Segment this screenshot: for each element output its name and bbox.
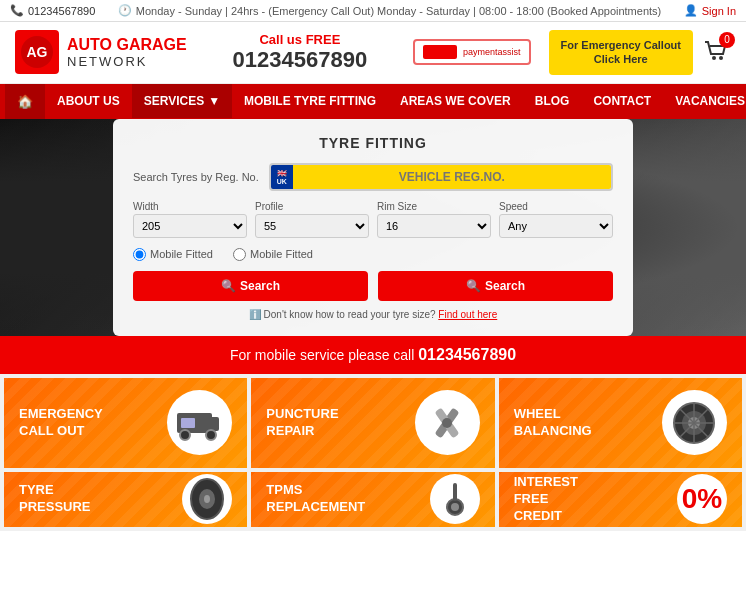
van-icon [175,403,225,443]
payment-logo-right [437,45,457,59]
phone-icon: 📞 [10,4,24,17]
radio-mobile-fitted-1[interactable]: Mobile Fitted [133,248,213,261]
svg-point-21 [204,495,210,503]
svg-point-11 [442,418,452,428]
card-wheel-title: WHEELBALANCING [514,406,592,440]
tyre-fitting-form: TYRE FITTING Search Tyres by Reg. No. 🇬🇧… [113,119,633,336]
nav-about-label: ABOUT US [57,94,120,108]
payment-assist[interactable]: paymentassist [413,39,531,65]
nav-services-label: SERVICES [144,94,204,108]
service-cards-grid: EMERGENCYCALL OUT PUNCTUREREPAIR WHEELBA… [0,374,746,472]
width-group: Width 145155165175 185195205215 22523524… [133,201,247,238]
radio-mobile-fitted-2[interactable]: Mobile Fitted [233,248,313,261]
card-puncture[interactable]: PUNCTUREREPAIR [251,378,494,468]
payment-label: paymentassist [463,47,521,57]
cart-badge: 0 [719,32,735,48]
sign-in-link[interactable]: 👤 Sign In [684,4,736,17]
reg-input[interactable] [293,165,611,189]
card-wheel-icon [662,390,727,455]
signin-label: Sign In [702,5,736,17]
tyre-size-hint: ℹ️ Don't know how to read your tyre size… [133,309,613,320]
nav-item-contact[interactable]: CONTACT [581,84,663,118]
profile-label: Profile [255,201,369,212]
reg-input-wrap: 🇬🇧 UK [269,163,613,191]
card-emergency[interactable]: EMERGENCYCALL OUT [4,378,247,468]
hero-section: TYRE FITTING Search Tyres by Reg. No. 🇬🇧… [0,119,746,336]
nav-blog-label: BLOG [535,94,570,108]
search-btn-label: Search [240,279,280,293]
mobile-bar-phone[interactable]: 01234567890 [418,346,516,363]
clock-icon: 🕐 [118,4,132,17]
nav-item-about[interactable]: ABOUT US [45,84,132,118]
svg-point-6 [180,430,190,440]
card-tyre-pressure-title: TYREPRESSURE [19,482,91,516]
top-bar-hours: 🕐 Monday - Sunday | 24hrs - (Emergency C… [118,4,661,17]
hint-prefix-text: Don't know how to read your tyre size? [264,309,436,320]
card-interest[interactable]: INTERESTFREECREDIT 0% [499,472,742,527]
svg-point-3 [719,56,723,60]
nav-mobile-label: MOBILE TYRE FITTING [244,94,376,108]
svg-text:AG: AG [27,44,48,60]
width-select[interactable]: 145155165175 185195205215 225235245 [133,214,247,238]
nav-item-areas[interactable]: AREAS WE COVER [388,84,523,118]
nav-item-blog[interactable]: BLOG [523,84,582,118]
header-phone[interactable]: 01234567890 [233,47,368,73]
svg-point-2 [712,56,716,60]
profile-group: Profile 30354045 50556065 [255,201,369,238]
form-title: TYRE FITTING [133,135,613,151]
nav-home[interactable]: 🏠 [5,84,45,119]
card-emergency-icon [167,390,232,455]
gb-flag: 🇬🇧 UK [271,165,293,189]
profile-select[interactable]: 30354045 50556065 [255,214,369,238]
tyre-svg [187,477,227,521]
svg-rect-8 [181,418,195,428]
cart-icon[interactable]: 0 [701,36,731,69]
header-right: paymentassist For Emergency Callout Clic… [413,30,731,75]
emergency-line1: For Emergency Callout [561,38,681,52]
radio-row: Mobile Fitted Mobile Fitted [133,248,613,261]
chevron-down-icon: ▼ [208,94,220,108]
rim-label: Rim Size [377,201,491,212]
card-tpms-icon [430,474,480,524]
speed-group: Speed AnyHVWY [499,201,613,238]
user-icon: 👤 [684,4,698,17]
search-icon-2: 🔍 [466,279,481,293]
logo[interactable]: AG AUTO GARAGE NETWORK [15,30,187,74]
nav-item-vacancies[interactable]: VACANCIES [663,84,746,118]
reg-search-row: Search Tyres by Reg. No. 🇬🇧 UK [133,163,613,191]
logo-icon: AG [15,30,59,74]
card-wheel[interactable]: WHEELBALANCING [499,378,742,468]
header: AG AUTO GARAGE NETWORK Call us FREE 0123… [0,22,746,84]
nav-contact-label: CONTACT [593,94,651,108]
card-tpms-title: TPMSREPLACEMENT [266,482,365,516]
service-cards-row2: TYREPRESSURE TPMSREPLACEMENT INTERESTFRE… [0,472,746,531]
svg-point-24 [451,503,459,511]
header-cta: Call us FREE 01234567890 [233,32,368,73]
brand-auto: AUTO GARAGE [67,36,187,53]
card-puncture-icon [415,390,480,455]
card-emergency-title: EMERGENCYCALL OUT [19,406,103,440]
rim-select[interactable]: 13141516 17181920 [377,214,491,238]
svg-rect-5 [203,417,219,431]
radio-1-input[interactable] [133,248,146,261]
nav-item-mobile-tyre[interactable]: MOBILE TYRE FITTING [232,84,388,118]
card-tpms[interactable]: TPMSREPLACEMENT [251,472,494,527]
emergency-line2: Click Here [561,52,681,66]
radio-2-label: Mobile Fitted [250,248,313,260]
tyre-size-link[interactable]: Find out here [438,309,497,320]
top-bar-phone[interactable]: 📞 01234567890 [10,4,95,17]
search-buttons: 🔍 Search 🔍 Search [133,271,613,301]
nav-item-services[interactable]: SERVICES ▼ [132,84,232,118]
speed-select[interactable]: AnyHVWY [499,214,613,238]
percent-symbol: 0% [682,483,722,515]
card-tyre-pressure[interactable]: TYREPRESSURE [4,472,247,527]
card-interest-icon: 0% [677,474,727,524]
brand-network: NETWORK [67,54,187,70]
search-button-1[interactable]: 🔍 Search [133,271,368,301]
top-phone-number: 01234567890 [28,5,95,17]
radio-2-input[interactable] [233,248,246,261]
search-button-2[interactable]: 🔍 Search [378,271,613,301]
emergency-callout-button[interactable]: For Emergency Callout Click Here [549,30,693,75]
mobile-service-bar: For mobile service please call 012345678… [0,336,746,374]
hours-text: Monday - Sunday | 24hrs - (Emergency Cal… [136,5,661,17]
